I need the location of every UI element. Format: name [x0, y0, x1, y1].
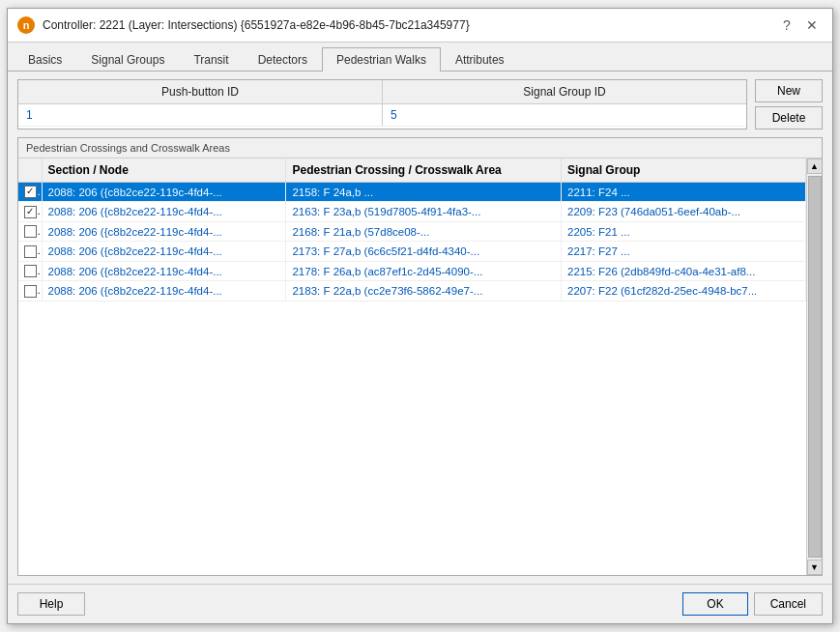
- row-checkbox[interactable]: [24, 206, 37, 218]
- help-button[interactable]: Help: [17, 592, 85, 616]
- vertical-scrollbar[interactable]: ▲ ▼: [806, 158, 822, 575]
- main-window: n Controller: 2221 (Layer: Intersections…: [7, 8, 833, 624]
- section-node-cell: 2088: 206 ({c8b2ce22-119c-4fd4-...: [42, 261, 286, 280]
- bottom-section: Pedestrian Crossings and Crosswalk Areas…: [17, 137, 823, 576]
- list-item[interactable]: 2088: 206 ({c8b2ce22-119c-4fd4-...2178: …: [18, 261, 806, 280]
- new-button[interactable]: New: [755, 79, 823, 102]
- crossing-cell: 2173: F 27a,b (6c6c5f21-d4fd-4340-...: [286, 242, 562, 261]
- tab-basics[interactable]: Basics: [14, 47, 76, 72]
- push-button-table-container: Push-button ID Signal Group ID 1 5: [17, 79, 747, 129]
- list-item[interactable]: 2088: 206 ({c8b2ce22-119c-4fd4-...2158: …: [18, 183, 806, 202]
- row-checkbox[interactable]: [24, 265, 37, 277]
- bottom-table-wrapper: Section / Node Pedestrian Crossing / Cro…: [18, 158, 822, 575]
- table-row[interactable]: 1 5: [18, 104, 746, 127]
- app-icon: n: [17, 16, 35, 34]
- section-node-cell: 2088: 206 ({c8b2ce22-119c-4fd4-...: [42, 281, 286, 301]
- checkbox-cell[interactable]: [18, 261, 42, 280]
- action-buttons: New Delete: [755, 79, 823, 129]
- col-header-signal: Signal Group: [562, 158, 806, 183]
- list-item[interactable]: 2088: 206 ({c8b2ce22-119c-4fd4-...2183: …: [18, 281, 806, 301]
- row-checkbox[interactable]: [24, 225, 37, 238]
- tab-pedestrian-walks[interactable]: Pedestrian Walks: [322, 47, 441, 72]
- footer-right: OK Cancel: [682, 592, 823, 616]
- signal-group-cell: 2215: F26 (2db849fd-c40a-4e31-af8...: [562, 261, 806, 280]
- crossing-cell: 2183: F 22a,b (cc2e73f6-5862-49e7-...: [286, 281, 562, 301]
- row-checkbox[interactable]: [24, 245, 37, 258]
- row-checkbox[interactable]: [24, 285, 37, 298]
- scroll-down-button[interactable]: ▼: [807, 560, 823, 575]
- crossing-cell: 2163: F 23a,b (519d7805-4f91-4fa3-...: [286, 202, 562, 221]
- list-item[interactable]: 2088: 206 ({c8b2ce22-119c-4fd4-...2173: …: [18, 242, 806, 261]
- scroll-thumb[interactable]: [808, 176, 822, 558]
- section-node-cell: 2088: 206 ({c8b2ce22-119c-4fd4-...: [42, 183, 286, 202]
- crossing-cell: 2158: F 24a,b ...: [286, 183, 562, 202]
- window-controls: ? ✕: [776, 14, 823, 36]
- top-section: Push-button ID Signal Group ID 1 5 New D…: [17, 79, 823, 129]
- checkbox-cell[interactable]: [18, 202, 42, 221]
- list-item[interactable]: 2088: 206 ({c8b2ce22-119c-4fd4-...2163: …: [18, 202, 806, 221]
- cancel-button[interactable]: Cancel: [754, 592, 823, 616]
- tab-signal-groups[interactable]: Signal Groups: [76, 47, 179, 72]
- titlebar-left: n Controller: 2221 (Layer: Intersections…: [17, 16, 470, 34]
- tab-attributes[interactable]: Attributes: [441, 47, 519, 72]
- tab-transit[interactable]: Transit: [179, 47, 243, 72]
- col-header-checkbox: [18, 158, 42, 183]
- checkbox-cell[interactable]: [18, 183, 42, 202]
- signal-group-cell: 2211: F24 ...: [562, 183, 806, 202]
- section-label: Pedestrian Crossings and Crosswalk Areas: [18, 138, 822, 158]
- section-node-cell: 2088: 206 ({c8b2ce22-119c-4fd4-...: [42, 221, 286, 241]
- tabs-bar: Basics Signal Groups Transit Detectors P…: [8, 43, 832, 72]
- checkbox-cell[interactable]: [18, 221, 42, 241]
- signal-group-cell: 2217: F27 ...: [562, 242, 806, 261]
- titlebar: n Controller: 2221 (Layer: Intersections…: [8, 9, 832, 43]
- col-header-section: Section / Node: [42, 158, 286, 183]
- scroll-up-button[interactable]: ▲: [807, 158, 823, 174]
- bottom-table-scroll[interactable]: Section / Node Pedestrian Crossing / Cro…: [18, 158, 806, 575]
- window-title: Controller: 2221 (Layer: Intersections) …: [43, 18, 470, 32]
- ok-button[interactable]: OK: [682, 592, 747, 616]
- crossing-cell: 2178: F 26a,b (ac87ef1c-2d45-4090-...: [286, 261, 562, 280]
- pushbutton-id-cell: 1: [18, 104, 383, 127]
- section-node-cell: 2088: 206 ({c8b2ce22-119c-4fd4-...: [42, 202, 286, 221]
- push-button-table: Push-button ID Signal Group ID 1 5: [18, 80, 746, 127]
- list-item[interactable]: 2088: 206 ({c8b2ce22-119c-4fd4-...2168: …: [18, 221, 806, 241]
- close-button[interactable]: ✕: [801, 14, 823, 36]
- delete-button[interactable]: Delete: [755, 106, 823, 129]
- signalgroup-id-cell: 5: [383, 104, 747, 127]
- col-header-crossing: Pedestrian Crossing / Crosswalk Area: [286, 158, 562, 183]
- checkbox-cell[interactable]: [18, 281, 42, 301]
- row-checkbox[interactable]: [24, 186, 37, 198]
- main-content: Push-button ID Signal Group ID 1 5 New D…: [8, 72, 832, 584]
- col-header-signalgroup: Signal Group ID: [383, 80, 747, 104]
- signal-group-cell: 2209: F23 (746da051-6eef-40ab-...: [562, 202, 806, 221]
- help-icon-btn[interactable]: ?: [776, 14, 797, 36]
- signal-group-cell: 2207: F22 (61cf282d-25ec-4948-bc7...: [562, 281, 806, 301]
- section-node-cell: 2088: 206 ({c8b2ce22-119c-4fd4-...: [42, 242, 286, 261]
- crossing-cell: 2168: F 21a,b (57d8ce08-...: [286, 221, 562, 241]
- footer: Help OK Cancel: [8, 584, 832, 623]
- checkbox-cell[interactable]: [18, 242, 42, 261]
- col-header-pushbutton: Push-button ID: [18, 80, 383, 104]
- signal-group-cell: 2205: F21 ...: [562, 221, 806, 241]
- bottom-table: Section / Node Pedestrian Crossing / Cro…: [18, 158, 806, 302]
- tab-detectors[interactable]: Detectors: [244, 47, 322, 72]
